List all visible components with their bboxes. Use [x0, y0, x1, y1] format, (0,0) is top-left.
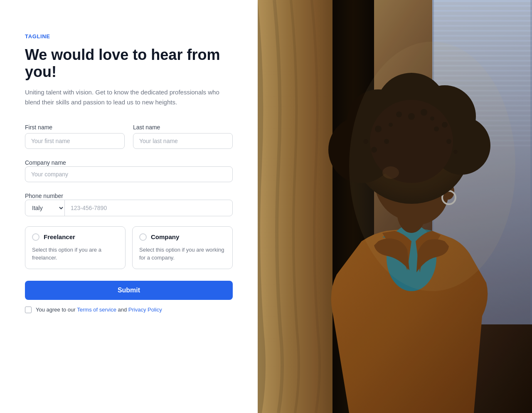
radio-freelancer-circle[interactable] — [32, 233, 39, 241]
last-name-group: Last name — [133, 124, 233, 149]
first-name-group: First name — [25, 124, 125, 149]
subtext: Uniting talent with vision. Get to know … — [25, 87, 224, 107]
terms-text: You agree to our Terms of service and Pr… — [36, 307, 162, 313]
radio-company-desc: Select this option if you are working fo… — [139, 246, 226, 262]
name-row: First name Last name — [25, 124, 233, 149]
radio-company-title: Company — [151, 233, 179, 240]
radio-card-company-header: Company — [139, 233, 226, 241]
right-panel — [258, 0, 532, 413]
terms-row: You agree to our Terms of service and Pr… — [25, 307, 233, 313]
radio-card-freelancer[interactable]: Freelancer Select this option if you are… — [25, 226, 126, 269]
phone-wrapper: Italy USA UK Germany France — [25, 200, 233, 216]
tagline: TAGLINE — [25, 33, 233, 40]
terms-prefix: You agree to our — [36, 307, 77, 313]
terms-of-service-link[interactable]: Terms of service — [77, 307, 116, 313]
photo-scene — [258, 0, 532, 413]
phone-number-input[interactable] — [65, 200, 232, 215]
submit-button[interactable]: Submit — [25, 281, 233, 300]
terms-checkbox[interactable] — [25, 307, 32, 313]
phone-label: Phone number — [25, 193, 63, 199]
radio-card-company[interactable]: Company Select this option if you are wo… — [132, 226, 233, 269]
radio-cards: Freelancer Select this option if you are… — [25, 226, 233, 269]
phone-section: Phone number Italy USA UK Germany France — [25, 192, 233, 216]
headline: We would love to hear from you! — [25, 46, 233, 81]
left-panel: TAGLINE We would love to hear from you! … — [0, 0, 258, 413]
radio-freelancer-desc: Select this option if you are a freelanc… — [32, 246, 118, 262]
svg-point-67 — [349, 42, 515, 291]
first-name-input[interactable] — [25, 133, 125, 149]
radio-company-circle[interactable] — [139, 233, 147, 241]
last-name-input[interactable] — [133, 133, 233, 149]
company-name-label: Company name — [25, 159, 66, 166]
company-section: Company name — [25, 159, 233, 182]
terms-conjunction: and — [116, 307, 128, 313]
first-name-label: First name — [25, 124, 125, 131]
person-illustration — [258, 0, 532, 413]
radio-freelancer-title: Freelancer — [44, 233, 75, 240]
phone-country-select[interactable]: Italy USA UK Germany France — [25, 200, 65, 216]
last-name-label: Last name — [133, 124, 233, 131]
company-name-input[interactable] — [25, 166, 233, 182]
radio-card-freelancer-header: Freelancer — [32, 233, 118, 241]
privacy-policy-link[interactable]: Privacy Policy — [128, 307, 162, 313]
